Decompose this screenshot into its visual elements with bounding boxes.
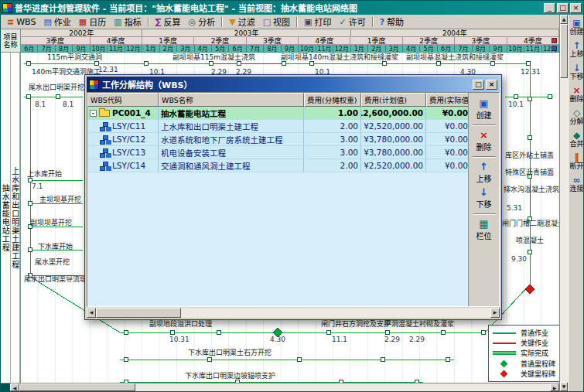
move-down-button[interactable]: ↓下移 [470,186,498,211]
side-toolbar-merge-button[interactable]: ◆合并 [569,131,583,148]
wbs-table-body[interactable]: -PC001_4抽水蓄能电站工程1.00¥12,600,000.00¥0.00L… [87,107,468,306]
toolbar-button-license[interactable]: ✓许可 [335,15,369,29]
wbs-code-cell[interactable]: LSY/C14 [87,159,159,172]
timescale-month[interactable]: 4月 [195,45,212,53]
create-button[interactable]: ▣创建 [470,97,498,122]
toolbar-button-activity[interactable]: ▤作业 [39,15,74,29]
cost-actual-cell[interactable]: ¥0.00 [426,159,468,172]
timescale-quarter[interactable]: 3季度 [247,37,299,45]
scroll-left-arrow[interactable]: ◀ [10,383,19,391]
wbs-code-cell[interactable]: LSY/C12 [87,133,159,146]
toolbar-button-filter[interactable]: ▼过滤 [225,15,258,29]
timescale-month[interactable]: 3月 [386,45,403,53]
vertical-scroll-thumb[interactable] [560,24,568,78]
timescale-month[interactable]: 12月 [333,45,350,53]
timescale-month[interactable]: 9月 [282,45,299,53]
timescale-month[interactable]: 9月 [490,45,507,53]
wbs-dialog-close-button[interactable]: × [486,80,497,90]
toolbar-button-help[interactable]: ?帮助 [376,15,408,29]
timescale-year[interactable]: 2002年 [21,29,142,37]
tree-expander[interactable]: - [90,110,97,117]
timescale-quarter[interactable]: 4季度 [299,37,350,45]
scroll-up-arrow[interactable]: ▲ [560,15,568,24]
cost-actual-cell[interactable]: ¥0.00 [426,107,468,120]
title-bar[interactable]: 普华进度计划管理软件 - 当前项目："抽水蓄能电站工程" - 当前视图：抽水蓄能… [1,1,583,15]
timescale-month[interactable]: 10月 [299,45,316,53]
scroll-right-arrow[interactable]: ▶ [550,383,559,391]
wbs-name-cell[interactable]: 交通洞和通风洞土建工程 [159,159,304,172]
side-toolbar-delete-button[interactable]: ×删除 [569,86,583,103]
scroll-down-arrow[interactable]: ▼ [560,382,568,391]
wbs-row[interactable]: LSY/C11上水库和出口明渠土建工程2.00¥2,520,000.00¥0.0… [87,120,468,133]
side-toolbar-link-button[interactable]: ∞连接 [569,176,583,193]
cost-weight-cell[interactable]: 2.00 [304,120,361,133]
cost-planned-cell[interactable]: ¥3,780,000.00 [361,146,426,159]
horizontal-scroll-thumb[interactable] [19,383,135,391]
cost-planned-cell[interactable]: ¥12,600,000.00 [361,107,426,120]
wbs-name-cell[interactable]: 水道系统和地下厂房系统土建工程 [159,133,304,146]
timescale-month[interactable]: 11月 [108,45,125,53]
horizontal-scrollbar[interactable]: ◀ ▶ [1,383,559,391]
wbs-scroll-left-arrow[interactable]: ◀ [87,308,96,318]
move-up-button[interactable]: ↑上移 [470,160,498,186]
wbs-row[interactable]: LSY/C13机电设备安装工程3.00¥3,780,000.00¥0.00 [87,146,468,159]
wbs-scroll-thumb[interactable] [96,308,181,318]
timescale-month[interactable]: 5月 [212,45,229,53]
cost-weight-cell[interactable]: 3.00 [304,133,361,146]
wbs-dialog-maximize-button[interactable]: □ [473,80,484,90]
cost-actual-cell[interactable]: ¥0.00 [426,120,468,133]
wbs-scroll-track[interactable] [96,308,490,318]
timescale-month[interactable]: 6月 [229,45,246,53]
timescale-month[interactable]: 11月 [316,45,333,53]
timescale-month[interactable]: 10月 [91,45,108,53]
timescale-month[interactable]: 5月 [420,45,437,53]
cost-weight-cell[interactable]: 3.00 [304,146,361,159]
timescale-quarter[interactable]: 2季度 [194,37,246,45]
vertical-scrollbar[interactable]: ▲ ▼ [559,15,568,391]
timescale-month[interactable]: 12月 [125,45,142,53]
wbs-scroll-right-arrow[interactable]: ▶ [490,308,500,318]
toolbar-button-analyze[interactable]: ◎分析 [185,15,220,29]
timescale-zoom-out-button[interactable] [552,46,557,51]
timescale-month[interactable]: 7月 [38,45,55,53]
project-band-inner[interactable]: 上水库和出口明渠土建工程 [11,53,21,383]
cost-planned-cell[interactable]: ¥2,520,000.00 [361,120,426,133]
timescale-quarter[interactable]: 2季度 [403,37,455,45]
timescale-quarter[interactable]: 4季度 [91,37,142,45]
timescale-quarter[interactable]: 3季度 [455,37,507,45]
wbs-code-cell[interactable]: LSY/C13 [87,146,159,159]
column-header[interactable]: 费用(实际值) [426,93,468,107]
wbs-dialog-scrollbar[interactable]: ◀ ▶ [87,308,500,318]
wbs-code-cell[interactable]: LSY/C11 [87,120,159,133]
wbs-row[interactable]: LSY/C12水道系统和地下厂房系统土建工程3.00¥3,780,000.00¥… [87,133,468,146]
timescale-month[interactable]: 8月 [56,45,73,53]
timescale-month[interactable]: 2月 [368,45,385,53]
side-toolbar-break-button[interactable]: ‖断开 [569,153,583,170]
timescale-month[interactable]: 2月 [160,45,177,53]
project-band-outer[interactable]: 抽水蓄能电站工程 [1,53,11,383]
wbs-dialog[interactable]: 工作分解结构（WBS） □ × WBS代码WBS名称费用(分摊权重)费用(计划值… [84,74,502,320]
cost-planned-cell[interactable]: ¥3,780,000.00 [361,133,426,146]
wbs-dialog-title-bar[interactable]: 工作分解结构（WBS） □ × [87,77,500,92]
column-header[interactable]: 费用(计划值) [361,93,426,107]
horizontal-scroll-track[interactable] [19,383,550,391]
timescale-month[interactable]: 8月 [473,45,490,53]
delete-button[interactable]: ×删除 [470,128,498,154]
side-toolbar-move-down-button[interactable]: ↓下移 [569,63,583,80]
toolbar-button-view[interactable]: □视图 [259,15,294,29]
timescale-month[interactable]: 7月 [247,45,264,53]
side-toolbar-create-button[interactable]: ▣创建 [569,19,583,36]
minimize-button[interactable]: _ [544,3,555,13]
timescale-quarter[interactable]: 1季度 [142,37,194,45]
cost-actual-cell[interactable]: ¥0.00 [426,133,468,146]
timescale-month[interactable]: 4月 [403,45,420,53]
toolbar-button-calendar[interactable]: ▦日历 [75,15,110,29]
toolbar-button-wbs[interactable]: ≡WBS [3,16,39,28]
timescale-month[interactable]: 1月 [351,45,368,53]
timescale-quarter[interactable]: 1季度 [350,37,402,45]
timescale-month[interactable]: 8月 [264,45,281,53]
timescale-zoom-in-button[interactable] [552,38,557,43]
timescale-year[interactable]: 2004年 [351,29,559,37]
timescale-month[interactable]: 10月 [507,45,524,53]
column-header[interactable]: WBS名称 [159,93,304,107]
